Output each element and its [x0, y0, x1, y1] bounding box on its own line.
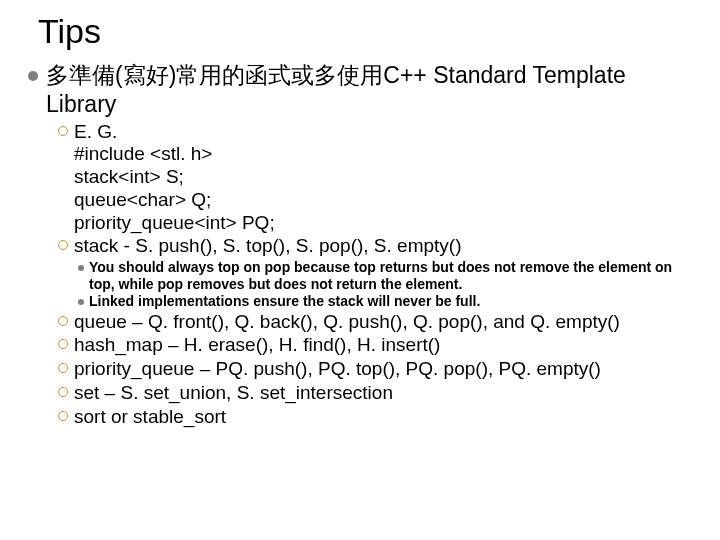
eg-label: E. G.	[74, 121, 275, 144]
bullet-hollow-icon	[58, 339, 68, 349]
bullet-hollow-icon	[58, 363, 68, 373]
bullet-solid-icon	[28, 71, 38, 81]
note2-text: Linked implementations ensure the stack …	[89, 293, 480, 310]
bullet-queue: queue – Q. front(), Q. back(), Q. push()…	[58, 311, 692, 334]
bullet-pq: priority_queue – PQ. push(), PQ. top(), …	[58, 358, 692, 381]
set-text: set – S. set_union, S. set_intersection	[74, 382, 393, 405]
slide-title: Tips	[38, 12, 692, 51]
eg-block: E. G. #include <stl. h> stack<int> S; qu…	[74, 121, 275, 235]
main-text: 多準備(寫好)常用的函式或多使用C++ Standard Template Li…	[46, 61, 692, 119]
sort-text: sort or stable_sort	[74, 406, 226, 429]
bullet-hollow-icon	[58, 240, 68, 250]
bullet-sort: sort or stable_sort	[58, 406, 692, 429]
code-pq: priority_queue<int> PQ;	[74, 212, 275, 235]
bullet-hollow-icon	[58, 316, 68, 326]
bullet-stack: stack - S. push(), S. top(), S. pop(), S…	[58, 235, 692, 258]
bullet-main: 多準備(寫好)常用的函式或多使用C++ Standard Template Li…	[28, 61, 692, 119]
code-include: #include <stl. h>	[74, 143, 275, 166]
note1-text: You should always top on pop because top…	[89, 259, 692, 293]
bullet-small-icon	[78, 299, 84, 305]
bullet-set: set – S. set_union, S. set_intersection	[58, 382, 692, 405]
bullet-small-icon	[78, 265, 84, 271]
bullet-note2: Linked implementations ensure the stack …	[78, 293, 692, 310]
bullet-hollow-icon	[58, 411, 68, 421]
bullet-eg: E. G. #include <stl. h> stack<int> S; qu…	[58, 121, 692, 235]
stack-text: stack - S. push(), S. top(), S. pop(), S…	[74, 235, 462, 258]
bullet-hollow-icon	[58, 126, 68, 136]
code-stack: stack<int> S;	[74, 166, 275, 189]
pq-text: priority_queue – PQ. push(), PQ. top(), …	[74, 358, 601, 381]
bullet-hash: hash_map – H. erase(), H. find(), H. ins…	[58, 334, 692, 357]
bullet-note1: You should always top on pop because top…	[78, 259, 692, 293]
slide: Tips 多準備(寫好)常用的函式或多使用C++ Standard Templa…	[0, 0, 720, 440]
bullet-hollow-icon	[58, 387, 68, 397]
hash-text: hash_map – H. erase(), H. find(), H. ins…	[74, 334, 440, 357]
queue-text: queue – Q. front(), Q. back(), Q. push()…	[74, 311, 620, 334]
code-queue: queue<char> Q;	[74, 189, 275, 212]
